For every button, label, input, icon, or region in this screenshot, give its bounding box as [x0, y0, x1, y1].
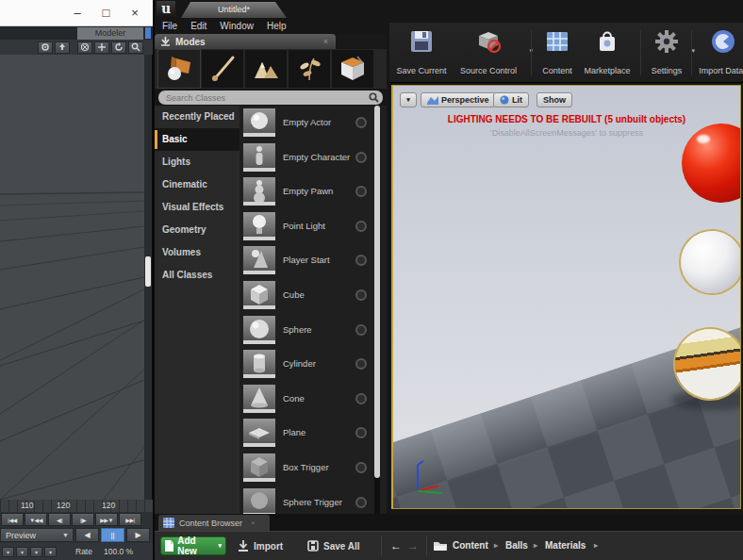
drag-handle-icon[interactable]: [355, 117, 367, 128]
drag-handle-icon[interactable]: [355, 427, 367, 438]
export-icon[interactable]: [55, 41, 70, 54]
list-item-sphere[interactable]: Sphere: [239, 313, 374, 348]
white-sphere[interactable]: [681, 231, 741, 293]
step-forward-button[interactable]: ||▶: [72, 513, 94, 526]
list-item-cylinder[interactable]: Cylinder: [239, 347, 374, 382]
drag-handle-icon[interactable]: [355, 221, 367, 232]
modeler-scrollbar[interactable]: [144, 55, 152, 500]
mode-place[interactable]: [158, 50, 200, 88]
close-icon[interactable]: ×: [323, 37, 328, 46]
preview-dropdown[interactable]: Preview ▼: [0, 528, 74, 542]
list-item-box-trigger[interactable]: Box Trigger: [239, 451, 374, 486]
drag-handle-icon[interactable]: [355, 324, 367, 336]
mode-geometry[interactable]: [332, 50, 373, 88]
drag-handle-icon[interactable]: [355, 462, 367, 473]
rotate-icon[interactable]: [111, 41, 126, 54]
scrollbar-thumb[interactable]: [374, 106, 380, 478]
add-new-button[interactable]: Add New ▾: [160, 536, 226, 555]
list-item-plane[interactable]: Plane: [239, 416, 374, 451]
list-item-point-light[interactable]: Point Light: [239, 209, 374, 244]
timeline-ruler[interactable]: 110 120 120: [0, 500, 153, 512]
menu-file[interactable]: File: [162, 21, 177, 31]
drag-handle-icon[interactable]: [355, 289, 367, 301]
drag-handle-icon[interactable]: [355, 497, 367, 508]
next-key-button[interactable]: ▶▶▼: [95, 513, 118, 526]
list-item-empty-pawn[interactable]: Empty Pawn: [239, 174, 374, 209]
breadcrumb-content[interactable]: Content: [453, 536, 488, 555]
pause-button[interactable]: ||: [101, 528, 124, 542]
source-control-button[interactable]: Source Control ▾: [452, 28, 525, 77]
gear-icon[interactable]: [38, 41, 53, 54]
mode-paint[interactable]: [202, 50, 243, 88]
close-icon[interactable]: ×: [251, 519, 256, 527]
drag-handle-icon[interactable]: [355, 152, 367, 163]
save-current-button[interactable]: Save Current: [393, 28, 450, 77]
category-cinematic[interactable]: Cinematic: [155, 173, 239, 196]
actor-list-scrollbar[interactable]: [374, 106, 380, 514]
mini-dropdown[interactable]: ▾: [44, 547, 57, 557]
list-item-empty-actor[interactable]: Empty Actor: [239, 106, 374, 140]
rate-value[interactable]: 100.0 %: [104, 547, 133, 556]
list-item-cone[interactable]: Cone: [239, 382, 374, 417]
list-item-empty-character[interactable]: Empty Character: [239, 140, 374, 175]
target-icon[interactable]: [77, 41, 92, 54]
document-tab[interactable]: Untitled*: [181, 2, 287, 18]
list-item-cube[interactable]: Cube: [239, 278, 374, 313]
content-button[interactable]: Content: [537, 28, 578, 77]
tab-content-browser[interactable]: Content Browser ×: [158, 515, 270, 531]
import-datasmith-button[interactable]: Import Datas: [697, 28, 743, 77]
category-volumes[interactable]: Volumes: [155, 241, 239, 264]
level-viewport[interactable]: ▾ Perspective Lit Show LIGHTING NEEDS TO…: [391, 85, 741, 509]
viewport-options-button[interactable]: ▾: [400, 92, 417, 107]
lit-button[interactable]: Lit: [493, 92, 529, 107]
category-lights[interactable]: Lights: [155, 151, 239, 173]
settings-button[interactable]: Settings ▾: [646, 28, 687, 77]
back-arrow-icon[interactable]: ←: [388, 536, 404, 555]
search-input[interactable]: [166, 93, 369, 103]
list-item-sphere-trigger[interactable]: Sphere Trigger: [239, 486, 374, 514]
list-item-player-start[interactable]: Player Start: [239, 243, 374, 278]
menu-help[interactable]: Help: [267, 21, 287, 31]
perspective-button[interactable]: Perspective: [421, 92, 496, 107]
category-visual-effects[interactable]: Visual Effects: [155, 196, 239, 219]
mini-dropdown[interactable]: ▾: [30, 547, 42, 557]
mode-foliage[interactable]: [289, 50, 330, 88]
play-reverse-button[interactable]: ◀: [75, 528, 99, 542]
breadcrumb-balls[interactable]: Balls: [505, 536, 528, 555]
step-back-button[interactable]: ◀||: [48, 513, 71, 526]
go-end-button[interactable]: ▶▶|: [119, 513, 141, 526]
go-start-button[interactable]: |◀◀: [1, 513, 24, 526]
play-button[interactable]: ▶: [126, 528, 150, 542]
marketplace-button[interactable]: Marketplace: [578, 28, 636, 77]
breadcrumb-materials[interactable]: Materials: [545, 536, 586, 555]
move-icon[interactable]: [94, 41, 109, 54]
mode-landscape[interactable]: [245, 50, 287, 88]
menu-window[interactable]: Window: [220, 21, 254, 31]
minimize-button[interactable]: –: [65, 1, 90, 25]
category-geometry[interactable]: Geometry: [155, 219, 239, 241]
close-button[interactable]: ×: [123, 1, 147, 25]
modes-tab[interactable]: Modes ×: [155, 34, 336, 49]
import-button[interactable]: Import: [238, 536, 283, 555]
chevron-down-icon[interactable]: ▾: [691, 47, 695, 55]
drag-handle-icon[interactable]: [355, 393, 367, 404]
search-classes-box[interactable]: [158, 91, 383, 105]
drag-handle-icon[interactable]: [355, 255, 367, 266]
drag-handle-icon[interactable]: [355, 186, 367, 197]
scrollbar-thumb[interactable]: [145, 256, 151, 287]
mini-dropdown[interactable]: ▾: [2, 547, 14, 557]
maximize-button[interactable]: □: [94, 1, 119, 25]
forward-arrow-icon[interactable]: →: [405, 536, 421, 555]
save-all-button[interactable]: Save All: [307, 536, 360, 555]
category-basic[interactable]: Basic: [155, 128, 239, 151]
tab-modeler[interactable]: Modeler: [77, 27, 143, 40]
prev-key-button[interactable]: ▼◀◀: [25, 513, 47, 526]
category-recently-placed[interactable]: Recently Placed: [155, 106, 239, 128]
menu-edit[interactable]: Edit: [190, 21, 206, 31]
show-button[interactable]: Show: [537, 92, 572, 107]
modeler-3d-viewport[interactable]: [0, 55, 144, 500]
mini-dropdown[interactable]: ▾: [16, 547, 28, 557]
category-all-classes[interactable]: All Classes: [155, 264, 239, 287]
magnify-icon[interactable]: [128, 41, 143, 54]
drag-handle-icon[interactable]: [355, 358, 367, 370]
